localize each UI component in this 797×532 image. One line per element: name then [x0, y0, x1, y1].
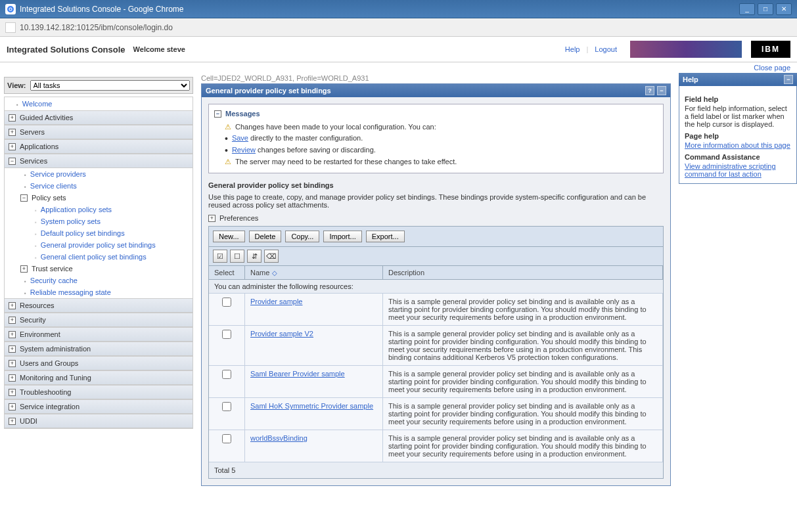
- row-name-cell: worldBssvBinding: [245, 430, 383, 462]
- row-select-cell: [209, 398, 245, 430]
- view-select[interactable]: All tasks: [30, 80, 190, 91]
- row-name-cell: Saml HoK Symmetric Provider sample: [245, 398, 383, 430]
- nav-policy-sets[interactable]: −Policy sets: [5, 192, 193, 204]
- nav-gen-client-bindings[interactable]: General client policy set bindings: [5, 251, 193, 263]
- bindings-table: New... Delete Copy... Import... Export..…: [208, 226, 664, 479]
- nav-welcome[interactable]: Welcome: [5, 97, 193, 110]
- new-button[interactable]: New...: [213, 231, 245, 242]
- row-name-cell: Provider sample V2: [245, 326, 383, 365]
- help-icon[interactable]: ?: [645, 86, 654, 95]
- minimize-button[interactable]: _: [739, 3, 755, 15]
- row-checkbox[interactable]: [222, 402, 231, 411]
- nav-uddi[interactable]: +UDDI: [5, 414, 193, 428]
- row-desc-cell: This is a sample general provider policy…: [383, 430, 663, 462]
- binding-link[interactable]: Saml Bearer Provider sample: [250, 370, 345, 378]
- close-button[interactable]: ✕: [776, 3, 792, 15]
- select-all-icon[interactable]: ☑: [213, 250, 227, 263]
- address-bar: 10.139.142.182:10125/ibm/console/login.d…: [0, 18, 797, 37]
- sort-icon: ◇: [272, 269, 277, 277]
- help-panel: Help − Field help For field help informa…: [679, 73, 797, 486]
- nav-system-policy-sets[interactable]: System policy sets: [5, 215, 193, 227]
- binding-link[interactable]: Provider sample: [250, 298, 302, 305]
- minimize-panel-icon[interactable]: −: [657, 86, 666, 95]
- nav-system-administration[interactable]: +System administration: [5, 342, 193, 356]
- export-button[interactable]: Export...: [366, 231, 405, 242]
- welcome-text: Welcome steve: [133, 45, 185, 53]
- nav-services[interactable]: −Services: [5, 154, 193, 168]
- binding-link[interactable]: Saml HoK Symmetric Provider sample: [250, 402, 373, 410]
- logout-link[interactable]: Logout: [595, 45, 617, 53]
- nav-guided-activities[interactable]: +Guided Activities: [5, 110, 193, 125]
- section-title: General provider policy set bindings: [208, 181, 664, 189]
- nav-service-providers[interactable]: Service providers: [5, 168, 193, 180]
- binding-link[interactable]: worldBssvBinding: [250, 434, 307, 442]
- nav-resources[interactable]: +Resources: [5, 298, 193, 313]
- deselect-all-icon[interactable]: ☐: [230, 250, 244, 263]
- section-description: Use this page to create, copy, and manag…: [208, 193, 664, 209]
- review-link[interactable]: Review: [232, 146, 256, 154]
- expand-icon: +: [9, 403, 16, 410]
- col-select: Select: [209, 266, 245, 279]
- filter-icon[interactable]: ⇵: [247, 250, 262, 263]
- minimize-help-icon[interactable]: −: [784, 75, 793, 84]
- import-button[interactable]: Import...: [323, 231, 361, 242]
- col-description: Description: [383, 266, 663, 279]
- delete-button[interactable]: Delete: [249, 231, 282, 242]
- chrome-favicon: [5, 4, 16, 14]
- save-link[interactable]: Save: [232, 134, 248, 142]
- maximize-button[interactable]: □: [758, 3, 773, 15]
- table-toolbar: New... Delete Copy... Import... Export..…: [209, 227, 663, 247]
- copy-button[interactable]: Copy...: [285, 231, 319, 242]
- nav-monitoring[interactable]: +Monitoring and Tuning: [5, 370, 193, 385]
- view-label: View:: [7, 81, 26, 89]
- nav-security[interactable]: +Security: [5, 313, 193, 327]
- row-desc-cell: This is a sample general provider policy…: [383, 366, 663, 397]
- row-select-cell: [209, 326, 245, 365]
- expand-icon: +: [208, 215, 216, 222]
- nav-default-bindings[interactable]: Default policy set bindings: [5, 227, 193, 239]
- collapse-icon[interactable]: −: [214, 110, 221, 118]
- warning-icon: ⚠: [225, 158, 231, 166]
- nav-trust-service[interactable]: +Trust service: [5, 263, 193, 275]
- nav-servers[interactable]: +Servers: [5, 125, 193, 139]
- nav-reliable-messaging[interactable]: Reliable messaging state: [5, 286, 193, 298]
- row-desc-cell: This is a sample general provider policy…: [383, 294, 663, 325]
- row-checkbox[interactable]: [222, 370, 231, 379]
- expand-icon: +: [9, 331, 16, 338]
- nav-gen-provider-bindings[interactable]: General provider policy set bindings: [5, 239, 193, 251]
- row-name-cell: Saml Bearer Provider sample: [245, 366, 383, 397]
- nav-app-policy-sets[interactable]: Application policy sets: [5, 204, 193, 215]
- expand-icon: +: [9, 374, 16, 382]
- main-content: Cell=JDED2_WORLD_A931, Profile=WORLD_A93…: [197, 73, 675, 486]
- help-link[interactable]: Help: [565, 45, 580, 53]
- row-checkbox[interactable]: [222, 298, 231, 307]
- nav-service-integration[interactable]: +Service integration: [5, 399, 193, 414]
- binding-link[interactable]: Provider sample V2: [250, 330, 313, 338]
- nav-troubleshooting[interactable]: +Troubleshooting: [5, 385, 193, 399]
- nav-applications[interactable]: +Applications: [5, 139, 193, 154]
- collapse-icon: −: [9, 158, 16, 165]
- close-page-link[interactable]: Close page: [754, 64, 790, 72]
- expand-icon: +: [9, 418, 16, 425]
- view-selector-row: View: All tasks: [4, 77, 193, 94]
- expand-icon: +: [9, 389, 16, 396]
- nav-service-clients[interactable]: Service clients: [5, 180, 193, 192]
- col-name[interactable]: Name◇: [245, 266, 383, 279]
- row-checkbox[interactable]: [222, 330, 231, 339]
- row-name-cell: Provider sample: [245, 294, 383, 325]
- expand-icon: +: [9, 302, 16, 309]
- url-text[interactable]: 10.139.142.182:10125/ibm/console/login.d…: [20, 23, 173, 32]
- nav-environment[interactable]: +Environment: [5, 327, 193, 342]
- banner-image: [630, 41, 742, 58]
- preferences-toggle[interactable]: +Preferences: [208, 214, 664, 222]
- cmd-assist-link[interactable]: View administrative scripting command fo…: [685, 162, 776, 178]
- clear-filter-icon[interactable]: ⌫: [264, 250, 279, 263]
- nav-users-groups[interactable]: +Users and Groups: [5, 356, 193, 370]
- browser-title: Integrated Solutions Console - Google Ch…: [20, 5, 183, 14]
- nav-security-cache[interactable]: Security cache: [5, 275, 193, 286]
- row-checkbox[interactable]: [222, 434, 231, 443]
- expand-icon: +: [9, 360, 16, 367]
- warning-icon: ⚠: [225, 123, 231, 131]
- panel-header: General provider policy set bindings ? −: [202, 84, 670, 97]
- page-help-link[interactable]: More information about this page: [685, 141, 790, 149]
